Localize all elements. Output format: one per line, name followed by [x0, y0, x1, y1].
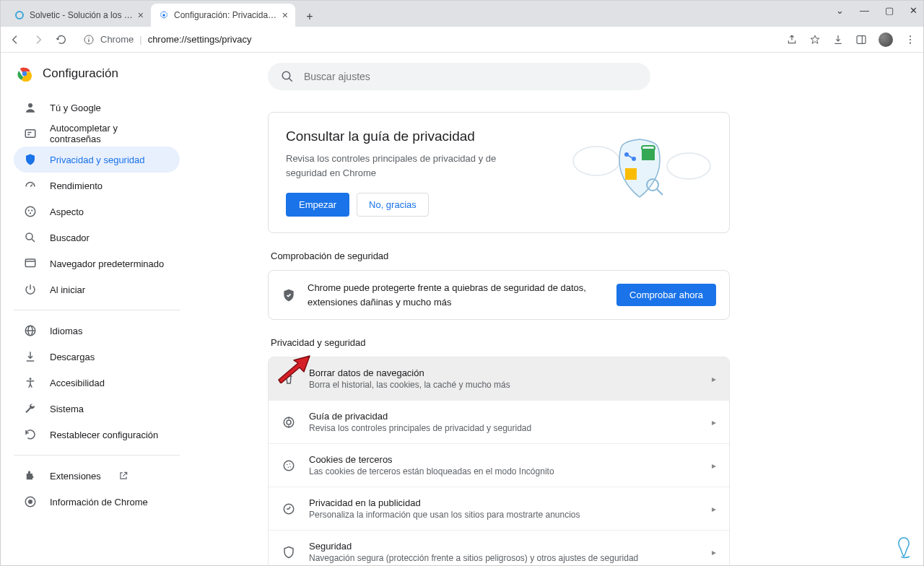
toolbar: Chrome | chrome://settings/privacy [1, 27, 923, 53]
row-subtitle: Las cookies de terceros están bloqueadas… [309, 466, 699, 476]
svg-point-13 [28, 103, 32, 108]
sidebar-item-label: Sistema [50, 404, 84, 414]
favicon-solvetic-icon [14, 9, 25, 21]
svg-rect-38 [625, 168, 637, 180]
url-origin: Chrome [100, 34, 134, 45]
close-window-icon[interactable]: ✕ [910, 5, 918, 16]
tab-strip: Solvetic - Solución a los problem × Conf… [1, 1, 923, 27]
privacy-row-ads[interactable]: Privacidad en la publicidadPersonaliza l… [269, 487, 729, 530]
svg-point-29 [30, 378, 32, 380]
sidebar-item-accessibility[interactable]: Accesibilidad [14, 370, 180, 396]
trash-icon [282, 373, 296, 386]
reset-icon [24, 428, 37, 441]
sidebar-item-download[interactable]: Descargas [14, 344, 180, 370]
speed-icon [24, 179, 37, 192]
privacy-row-security[interactable]: SeguridadNavegación segura (protección f… [269, 530, 729, 566]
privacy-row-trash[interactable]: Borrar datos de navegaciónBorra el histo… [269, 357, 729, 400]
sidebar-item-reset[interactable]: Restablecer configuración [14, 422, 180, 448]
power-icon [24, 283, 37, 296]
sidebar-item-label: Rendimiento [50, 180, 103, 191]
profile-avatar[interactable] [879, 32, 893, 47]
target-icon [282, 416, 296, 429]
sidebar-item-speed[interactable]: Rendimiento [14, 173, 180, 199]
tab-settings[interactable]: Configuración: Privacidad y seg × [151, 4, 295, 27]
row-subtitle: Navegación segura (protección frente a s… [309, 553, 699, 563]
svg-point-49 [287, 463, 288, 465]
sidebar-item-search[interactable]: Buscador [14, 225, 180, 251]
sidebar-item-puzzle[interactable]: Extensiones [14, 463, 180, 489]
svg-point-34 [573, 147, 619, 175]
sidebar-item-power[interactable]: Al iniciar [14, 277, 180, 302]
row-title: Privacidad en la publicidad [309, 497, 699, 508]
sidebar-item-browser[interactable]: Navegador predeterminado [14, 251, 180, 277]
svg-point-32 [282, 71, 290, 79]
sidebar-item-label: Idiomas [50, 326, 83, 336]
sidebar-item-label: Autocompletar y contraseñas [50, 123, 170, 144]
chrome-logo-icon [17, 66, 32, 82]
search-input[interactable] [304, 71, 637, 82]
sidebar-item-shield[interactable]: Privacidad y seguridad [14, 147, 180, 173]
safety-check-button[interactable]: Comprobar ahora [616, 284, 716, 306]
svg-rect-14 [25, 130, 35, 138]
svg-point-52 [290, 466, 292, 467]
new-tab-button[interactable]: + [300, 6, 320, 27]
ads-icon [282, 502, 296, 515]
sidebar-item-label: Privacidad y seguridad [50, 154, 145, 165]
page-title: Configuración [43, 66, 118, 81]
safety-check-card: Chrome puede protegerte frente a quiebra… [268, 270, 730, 320]
sidebar-item-wrench[interactable]: Sistema [14, 396, 180, 422]
sidebar-item-appearance[interactable]: Aspecto [14, 199, 180, 225]
sidebar-item-label: Aspecto [50, 206, 84, 217]
chevron-right-icon: ▸ [712, 374, 716, 384]
wrench-icon [24, 402, 37, 415]
site-info-icon [83, 34, 95, 45]
row-title: Cookies de terceros [309, 454, 699, 465]
tab-close-icon[interactable]: × [138, 9, 144, 21]
maximize-icon[interactable]: ▢ [885, 5, 894, 16]
svg-point-0 [16, 12, 23, 19]
row-title: Guía de privacidad [309, 411, 699, 422]
bookmark-icon[interactable] [809, 34, 821, 45]
window-controls: ⌄ ― ▢ ✕ [836, 5, 918, 16]
sidebar-item-chrome[interactable]: Información de Chrome [14, 489, 180, 515]
browser-icon [24, 257, 37, 270]
tab-close-icon[interactable]: × [282, 9, 288, 21]
sidebar-item-globe[interactable]: Idiomas [14, 318, 180, 344]
svg-line-43 [657, 189, 663, 195]
sidebar-item-autofill[interactable]: Autocompletar y contraseñas [14, 121, 180, 147]
search-icon [281, 70, 294, 83]
sidepanel-icon[interactable] [855, 34, 867, 45]
sidebar-item-label: Navegador predeterminado [50, 258, 164, 269]
brand: Configuración [14, 66, 180, 82]
download-icon [24, 350, 37, 363]
privacy-row-target[interactable]: Guía de privacidadRevisa los controles p… [269, 400, 729, 443]
puzzle-icon [24, 469, 37, 482]
share-icon[interactable] [786, 34, 798, 45]
svg-point-8 [910, 38, 911, 40]
svg-point-21 [30, 212, 31, 214]
tab-solvetic[interactable]: Solvetic - Solución a los problem × [6, 4, 151, 27]
minimize-icon[interactable]: ― [860, 5, 869, 16]
guide-dismiss-button[interactable]: No, gracias [357, 193, 429, 217]
guide-start-button[interactable]: Empezar [286, 193, 349, 217]
svg-line-17 [30, 185, 32, 187]
globe-icon [24, 324, 37, 337]
person-icon [24, 101, 37, 114]
back-button[interactable] [8, 32, 22, 47]
menu-icon[interactable] [905, 34, 916, 45]
download-toolbar-icon[interactable] [832, 34, 844, 45]
guide-subtitle: Revisa los controles principales de priv… [286, 152, 502, 180]
safety-text: Chrome puede protegerte frente a quiebra… [308, 281, 605, 309]
privacy-row-cookie[interactable]: Cookies de tercerosLas cookies de tercer… [269, 443, 729, 487]
reload-button[interactable] [54, 32, 69, 47]
sidebar-item-label: Tú y Google [50, 103, 101, 113]
sidebar-item-person[interactable]: Tú y Google [14, 95, 180, 121]
shield-check-icon [282, 288, 296, 302]
svg-rect-24 [25, 259, 35, 267]
row-title: Borrar datos de navegación [309, 367, 699, 378]
svg-point-1 [162, 14, 165, 17]
address-bar[interactable]: Chrome | chrome://settings/privacy [77, 30, 254, 50]
chevron-down-icon[interactable]: ⌄ [836, 5, 844, 16]
settings-search[interactable] [268, 63, 650, 90]
forward-button[interactable] [31, 32, 45, 47]
